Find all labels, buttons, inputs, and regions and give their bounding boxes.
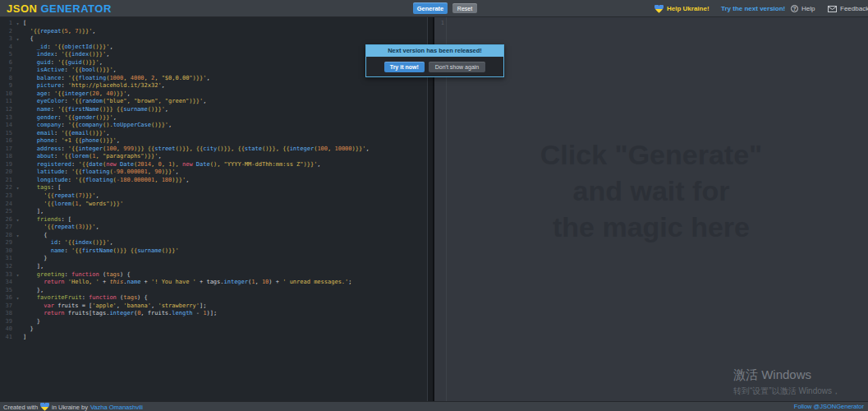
- app-logo[interactable]: JSONGENERATOR: [7, 2, 112, 15]
- code-line[interactable]: 35 },: [0, 287, 427, 295]
- fold-spacer: [12, 75, 23, 83]
- code-line[interactable]: 22▾ tags: [: [0, 184, 427, 192]
- code-line[interactable]: 40 }: [0, 326, 427, 334]
- code-text: },: [23, 287, 44, 295]
- fold-arrow-icon[interactable]: ▾: [12, 20, 23, 28]
- line-number: 1: [0, 20, 12, 28]
- code-line[interactable]: 2 '{{repeat(5, 7)}}',: [0, 28, 427, 36]
- line-number: 29: [0, 239, 12, 247]
- json-generator-app: JSONGENERATOR Generate Reset Help Ukrain…: [0, 0, 868, 411]
- code-line[interactable]: 24 '{{lorem(1, "words")}}': [0, 201, 427, 209]
- code-editor-lines: 1▾[2 '{{repeat(5, 7)}}',3▾ {4 _id: '{{ob…: [0, 20, 427, 341]
- fold-spacer: [12, 98, 23, 106]
- code-text: address: '{{integer(100, 999)}} {{street…: [23, 145, 370, 154]
- fold-arrow-icon[interactable]: ▾: [12, 216, 23, 224]
- ukraine-heart-icon: [654, 5, 664, 13]
- code-line[interactable]: 17 address: '{{integer(100, 999)}} {{str…: [0, 145, 427, 154]
- author-link[interactable]: Vazha Omanashvili: [90, 403, 143, 411]
- code-line[interactable]: 29 id: '{{index()}}',: [0, 239, 427, 247]
- code-line[interactable]: 26▾ friends: [: [0, 216, 427, 224]
- code-line[interactable]: 19 registered: '{{date(new Date(2014, 0,…: [0, 161, 427, 169]
- code-text: ]: [23, 334, 26, 342]
- feedback-link[interactable]: Feedback: [828, 0, 868, 17]
- code-line[interactable]: 4 _id: '{{objectId()}}',: [0, 44, 427, 52]
- code-line[interactable]: 1▾[: [0, 20, 427, 28]
- code-line[interactable]: 30 name: '{{firstName()}} {{surname()}}': [0, 247, 427, 256]
- code-line[interactable]: 16 phone: '+1 {{phone()}}',: [0, 137, 427, 145]
- code-line[interactable]: 18 about: '{{lorem(1, "paragraphs")}}',: [0, 153, 427, 161]
- code-line[interactable]: 32 ],: [0, 263, 427, 271]
- code-text: id: '{{index()}}',: [23, 239, 113, 247]
- code-text: picture: 'http://placehold.it/32x32',: [23, 82, 165, 90]
- code-line[interactable]: 3▾ {: [0, 35, 427, 44]
- fold-arrow-icon[interactable]: ▾: [12, 35, 23, 44]
- fold-spacer: [12, 161, 23, 169]
- code-line[interactable]: 23 '{{repeat(7)}}',: [0, 192, 427, 201]
- code-line[interactable]: 11 eyeColor: '{{random("blue", "brown", …: [0, 98, 427, 106]
- code-line[interactable]: 31 }: [0, 255, 427, 263]
- code-line[interactable]: 8 balance: '{{floating(1000, 4000, 2, "$…: [0, 75, 427, 83]
- code-line[interactable]: 27 '{{repeat(3)}}',: [0, 224, 427, 232]
- help-ukraine-link[interactable]: Help Ukraine!: [654, 0, 710, 17]
- template-editor[interactable]: 1▾[2 '{{repeat(5, 7)}}',3▾ {4 _id: '{{ob…: [0, 17, 427, 401]
- help-ukraine-label: Help Ukraine!: [667, 5, 710, 12]
- code-line[interactable]: 9 picture: 'http://placehold.it/32x32',: [0, 82, 427, 90]
- fold-spacer: [12, 114, 23, 122]
- help-icon: ?: [791, 5, 798, 12]
- fold-spacer: [12, 169, 23, 177]
- code-line[interactable]: 21 longitude: '{{floating(-180.000001, 1…: [0, 177, 427, 185]
- fold-spacer: [12, 239, 23, 247]
- dont-show-again-button[interactable]: Don't show again: [429, 62, 485, 72]
- code-text: gender: '{{gender()}}',: [23, 114, 117, 122]
- fold-arrow-icon[interactable]: ▾: [12, 232, 23, 240]
- code-line[interactable]: 6 guid: '{{guid()}}',: [0, 59, 427, 67]
- fold-arrow-icon[interactable]: ▾: [12, 271, 23, 279]
- code-line[interactable]: 36▾ favoriteFruit: function (tags) {: [0, 294, 427, 302]
- code-line[interactable]: 10 age: '{{integer(20, 40)}}',: [0, 90, 427, 99]
- code-line[interactable]: 34 return 'Hello, ' + this.name + '! You…: [0, 279, 427, 287]
- code-line[interactable]: 33▾ greeting: function (tags) {: [0, 271, 427, 279]
- main-area: 1▾[2 '{{repeat(5, 7)}}',3▾ {4 _id: '{{ob…: [0, 17, 868, 401]
- help-link[interactable]: ? Help: [791, 0, 815, 17]
- fold-arrow-icon[interactable]: ▾: [12, 184, 23, 192]
- code-line[interactable]: 7 isActive: '{{bool()}}',: [0, 67, 427, 75]
- code-line[interactable]: 41]: [0, 334, 427, 342]
- try-next-version-label: Try the next version!: [721, 5, 785, 12]
- code-text: tags: [: [23, 184, 61, 192]
- code-line[interactable]: 13 gender: '{{gender()}}',: [0, 114, 427, 122]
- fold-spacer: [12, 192, 23, 201]
- reset-button[interactable]: Reset: [452, 3, 477, 13]
- code-text: {: [23, 232, 48, 240]
- line-number: 39: [0, 318, 12, 326]
- fold-spacer: [12, 318, 23, 326]
- code-line[interactable]: 37 var fruits = ['apple', 'banana', 'str…: [0, 302, 427, 311]
- line-number: 15: [0, 130, 12, 138]
- code-text: eyeColor: '{{random("blue", "brown", "gr…: [23, 98, 206, 106]
- code-line[interactable]: 14 company: '{{company().toUpperCase()}}…: [0, 122, 427, 130]
- code-text: isActive: '{{bool()}}',: [23, 67, 117, 75]
- fold-spacer: [12, 287, 23, 295]
- code-text: company: '{{company().toUpperCase()}}',: [23, 122, 172, 130]
- code-text: var fruits = ['apple', 'banana', 'strawb…: [23, 302, 206, 311]
- generate-button[interactable]: Generate: [413, 2, 448, 14]
- code-line[interactable]: 28▾ {: [0, 232, 427, 240]
- code-line[interactable]: 15 email: '{{email()}}',: [0, 130, 427, 138]
- code-line[interactable]: 20 latitude: '{{floating(-90.000001, 90)…: [0, 169, 427, 177]
- code-text: ],: [23, 208, 44, 216]
- code-line[interactable]: 39 }: [0, 318, 427, 326]
- line-number: 13: [0, 114, 12, 122]
- footer: Created with in Ukraine by Vazha Omanash…: [0, 401, 868, 411]
- code-text: guid: '{{guid()}}',: [23, 59, 103, 67]
- code-line[interactable]: 12 name: '{{firstName()}} {{surname()}}'…: [0, 106, 427, 114]
- try-it-now-button[interactable]: Try it now!: [384, 62, 425, 72]
- line-number: 7: [0, 67, 12, 75]
- code-line[interactable]: 38 return fruits[tags.integer(0, fruits.…: [0, 310, 427, 318]
- fold-arrow-icon[interactable]: ▾: [12, 294, 23, 302]
- try-next-version-link[interactable]: Try the next version!: [721, 0, 785, 17]
- follow-twitter-link[interactable]: Follow @JSONGenerator: [794, 403, 864, 410]
- code-text: greeting: function (tags) {: [23, 271, 131, 279]
- code-line[interactable]: 25 ],: [0, 208, 427, 216]
- fold-spacer: [12, 247, 23, 256]
- code-text: '{{repeat(7)}}',: [23, 192, 99, 201]
- code-line[interactable]: 5 index: '{{index()}}',: [0, 51, 427, 59]
